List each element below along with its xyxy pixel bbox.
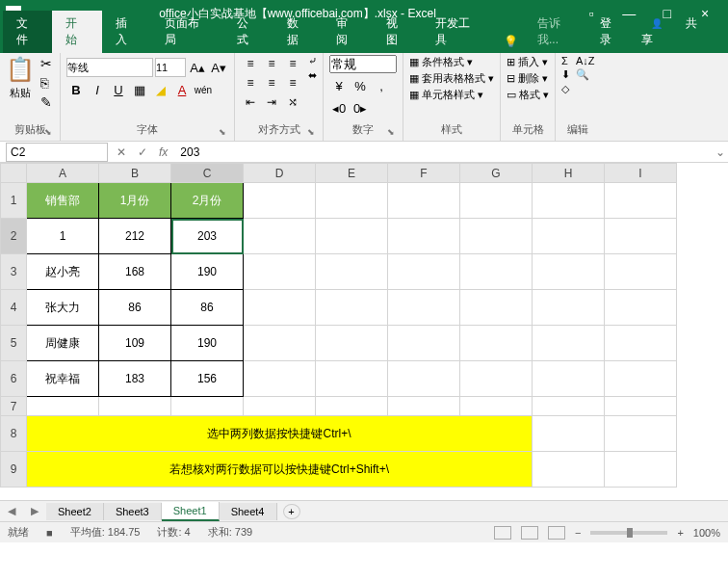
row-header[interactable]: 3 [1, 254, 27, 290]
merge-center-button[interactable]: ⬌ [308, 69, 317, 82]
note-cell[interactable]: 若想核对两行数据可以按快捷键Ctrl+Shift+\ [27, 452, 533, 488]
col-header[interactable]: E [316, 164, 388, 183]
row-header[interactable]: 6 [1, 361, 27, 397]
cell[interactable] [460, 290, 533, 326]
delete-cells-button[interactable]: ⊟ 删除 ▾ [507, 71, 549, 86]
row-header[interactable]: 7 [1, 397, 27, 416]
row-header[interactable]: 5 [1, 326, 27, 361]
cell[interactable] [605, 254, 677, 290]
cell[interactable]: 86 [171, 290, 244, 326]
align-top-button[interactable]: ≡ [241, 55, 260, 72]
page-layout-view-button[interactable] [521, 526, 538, 540]
cell[interactable]: 86 [99, 290, 171, 326]
font-name-input[interactable] [66, 58, 153, 77]
paste-button[interactable]: 粘贴 [10, 86, 31, 100]
sheet-tab[interactable]: Sheet3 [104, 503, 162, 520]
cell[interactable]: 212 [99, 219, 171, 254]
cell[interactable] [316, 254, 388, 290]
col-header[interactable]: G [460, 164, 533, 183]
share-button[interactable]: 👤 共享 [632, 11, 725, 53]
underline-button[interactable]: U [109, 80, 128, 99]
cell[interactable] [171, 397, 244, 416]
sort-filter-button[interactable]: A↓Z [576, 55, 595, 66]
cell[interactable] [533, 452, 605, 488]
sheet-tab[interactable]: Sheet4 [220, 503, 277, 520]
find-select-button[interactable]: 🔍 [576, 68, 595, 81]
cell[interactable]: 190 [171, 326, 244, 361]
cell[interactable] [316, 290, 388, 326]
fill-button[interactable]: ⬇ [561, 68, 570, 81]
cell[interactable]: 2月份 [171, 183, 244, 219]
cell[interactable] [605, 361, 677, 397]
expand-formula-bar[interactable]: ⌄ [713, 145, 728, 159]
cell[interactable] [316, 326, 388, 361]
cell[interactable] [605, 219, 677, 254]
tell-me-input[interactable]: 告诉我... [528, 11, 590, 53]
copy-button[interactable]: ⎘ [39, 74, 54, 92]
format-painter-button[interactable]: ✎ [39, 93, 54, 111]
col-header[interactable]: A [27, 164, 99, 183]
align-middle-button[interactable]: ≡ [262, 55, 281, 72]
note-cell[interactable]: 选中两列数据按快捷键Ctrl+\ [27, 416, 533, 452]
cell[interactable] [316, 219, 388, 254]
name-box[interactable] [6, 143, 108, 162]
sheet-nav-next[interactable]: ▶ [23, 505, 46, 517]
font-launcher[interactable]: ⬊ [219, 127, 226, 137]
increase-indent-button[interactable]: ⇥ [262, 93, 281, 111]
cell[interactable] [244, 326, 316, 361]
font-color-button[interactable]: A [172, 80, 192, 99]
cell[interactable] [605, 183, 677, 219]
cell[interactable]: 109 [99, 326, 171, 361]
align-left-button[interactable]: ≡ [241, 74, 260, 92]
cell[interactable]: 张大力 [27, 290, 99, 326]
cell[interactable]: 1月份 [99, 183, 171, 219]
clear-button[interactable]: ◇ [561, 83, 570, 95]
format-cells-button[interactable]: ▭ 格式 ▾ [507, 88, 549, 102]
percent-button[interactable]: % [351, 76, 370, 95]
zoom-in-button[interactable]: + [677, 527, 683, 539]
cell[interactable]: 1 [27, 219, 99, 254]
cell[interactable] [316, 397, 388, 416]
phonetic-button[interactable]: wén [194, 80, 213, 99]
cell[interactable]: 赵小亮 [27, 254, 99, 290]
row-header[interactable]: 9 [1, 452, 27, 488]
cell[interactable] [533, 416, 605, 452]
tab-insert[interactable]: 插入 [102, 11, 151, 53]
sheet-nav-prev[interactable]: ◀ [0, 505, 23, 517]
zoom-level[interactable]: 100% [693, 527, 720, 539]
row-header[interactable]: 4 [1, 290, 27, 326]
cell[interactable] [605, 290, 677, 326]
cell-styles-button[interactable]: ▦ 单元格样式 ▾ [409, 88, 494, 102]
format-as-table-button[interactable]: ▦ 套用表格格式 ▾ [409, 71, 494, 86]
col-header[interactable]: I [605, 164, 677, 183]
cell[interactable] [533, 397, 605, 416]
bold-button[interactable]: B [66, 80, 86, 99]
row-header[interactable]: 1 [1, 183, 27, 219]
cell[interactable] [388, 326, 460, 361]
worksheet-grid[interactable]: A B C D E F G H I 1 销售部 1月份 2月份 2 1 212 … [0, 163, 728, 500]
cell[interactable] [244, 254, 316, 290]
grow-font-button[interactable]: A▴ [188, 58, 207, 77]
decrease-indent-button[interactable]: ⇤ [241, 93, 260, 111]
cell[interactable]: 190 [171, 254, 244, 290]
border-button[interactable]: ▦ [130, 80, 149, 99]
macro-record-icon[interactable]: ■ [46, 527, 53, 539]
comma-button[interactable]: , [372, 76, 391, 95]
currency-button[interactable]: ¥ [329, 76, 349, 95]
cell[interactable] [388, 397, 460, 416]
cell[interactable] [244, 290, 316, 326]
decrease-decimal-button[interactable]: 0▸ [351, 98, 370, 118]
align-center-button[interactable]: ≡ [262, 74, 281, 92]
cell[interactable]: 168 [99, 254, 171, 290]
cell[interactable] [244, 183, 316, 219]
fill-color-button[interactable]: ◢ [151, 80, 170, 99]
cell[interactable]: 156 [171, 361, 244, 397]
tab-file[interactable]: 文件 [3, 11, 52, 53]
wrap-text-button[interactable]: ⤶ [308, 55, 317, 67]
col-header[interactable]: D [244, 164, 316, 183]
zoom-slider[interactable] [590, 531, 667, 535]
cell[interactable] [388, 219, 460, 254]
cell[interactable] [388, 183, 460, 219]
insert-cells-button[interactable]: ⊞ 插入 ▾ [507, 55, 549, 69]
paste-icon[interactable]: 📋 [6, 55, 35, 84]
